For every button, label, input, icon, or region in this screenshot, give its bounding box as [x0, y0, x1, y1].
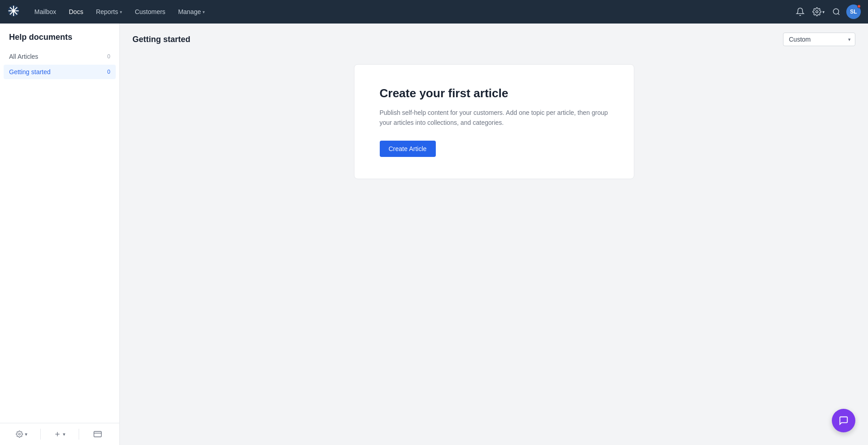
main-body: Create your first article Publish self-h…	[120, 53, 868, 445]
user-avatar[interactable]: SL	[846, 5, 861, 19]
page-title: Getting started	[132, 35, 190, 44]
manage-chevron-icon: ▾	[203, 9, 205, 14]
sidebar-toolbar: ▾ ▾	[0, 423, 119, 445]
empty-state-title: Create your first article	[380, 86, 609, 100]
settings-chevron-icon: ▾	[822, 9, 825, 14]
custom-select-wrapper: Custom Default ▾	[783, 33, 855, 46]
search-button[interactable]	[828, 4, 844, 20]
reports-chevron-icon: ▾	[120, 9, 122, 14]
add-btn-chevron: ▾	[63, 431, 66, 437]
preview-toolbar-button[interactable]	[80, 427, 116, 441]
settings-button[interactable]: ▾	[810, 4, 826, 20]
app-layout: Help documents All Articles 0 Getting st…	[0, 24, 868, 445]
empty-state-card: Create your first article Publish self-h…	[354, 64, 634, 179]
create-article-button[interactable]: Create Article	[380, 141, 436, 157]
notifications-button[interactable]	[792, 4, 808, 20]
toolbar-separator-2	[79, 429, 79, 440]
sidebar-title: Help documents	[0, 24, 119, 49]
svg-rect-7	[94, 431, 102, 437]
nav-customers[interactable]: Customers	[129, 5, 171, 18]
nav-reports[interactable]: Reports ▾	[90, 5, 127, 18]
sidebar: Help documents All Articles 0 Getting st…	[0, 24, 120, 445]
top-navigation: Mailbox Docs Reports ▾ Customers Manage …	[0, 0, 868, 24]
svg-point-1	[816, 11, 818, 13]
add-toolbar-button[interactable]: ▾	[42, 427, 77, 441]
main-content: Getting started Custom Default ▾ Create …	[120, 24, 868, 445]
nav-mailbox[interactable]: Mailbox	[29, 5, 61, 18]
empty-state-description: Publish self-help content for your custo…	[380, 108, 609, 128]
main-header: Getting started Custom Default ▾	[120, 24, 868, 53]
sidebar-navigation: All Articles 0 Getting started 0	[0, 49, 119, 423]
custom-select[interactable]: Custom Default	[783, 33, 855, 46]
nav-docs[interactable]: Docs	[63, 5, 89, 18]
sidebar-item-all-articles[interactable]: All Articles 0	[4, 49, 116, 64]
nav-manage[interactable]: Manage ▾	[173, 5, 211, 18]
svg-line-3	[838, 13, 839, 14]
sidebar-item-getting-started[interactable]: Getting started 0	[4, 65, 116, 79]
chat-bubble-button[interactable]	[832, 409, 855, 432]
avatar-status-dot	[857, 5, 861, 8]
settings-btn-chevron: ▾	[25, 431, 28, 437]
settings-toolbar-button[interactable]: ▾	[4, 427, 39, 441]
svg-point-4	[19, 433, 20, 435]
app-logo[interactable]	[7, 5, 22, 19]
toolbar-separator-1	[40, 429, 41, 440]
svg-point-2	[833, 9, 839, 14]
